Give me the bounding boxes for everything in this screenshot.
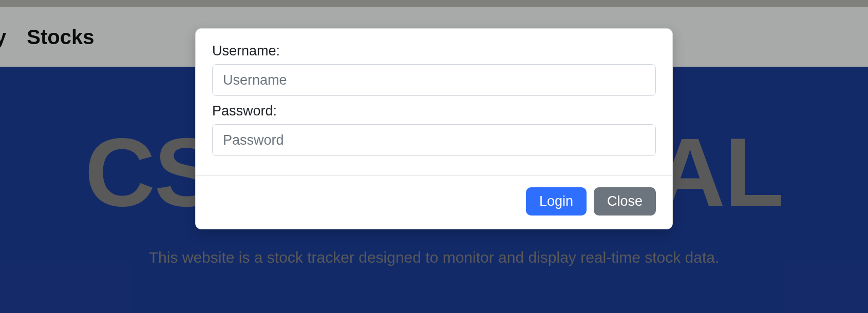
username-input[interactable] xyxy=(212,64,656,96)
password-input[interactable] xyxy=(212,124,656,156)
username-group: Username: xyxy=(212,43,656,96)
modal-footer: Login Close xyxy=(196,176,672,229)
hero-title-right-fragment: AL xyxy=(655,123,783,221)
nav-item-stocks[interactable]: Stocks xyxy=(16,27,104,47)
window-top-strip xyxy=(0,0,868,7)
login-modal: Username: Password: Login Close xyxy=(195,28,673,229)
username-label: Username: xyxy=(212,43,656,59)
modal-body: Username: Password: xyxy=(196,29,672,175)
password-group: Password: xyxy=(212,103,656,156)
hero-subtitle: This website is a stock tracker designed… xyxy=(149,249,720,266)
password-label: Password: xyxy=(212,103,656,119)
login-button[interactable]: Login xyxy=(526,187,587,216)
nav-item-partial[interactable]: y xyxy=(0,27,16,47)
close-button[interactable]: Close xyxy=(594,187,656,216)
